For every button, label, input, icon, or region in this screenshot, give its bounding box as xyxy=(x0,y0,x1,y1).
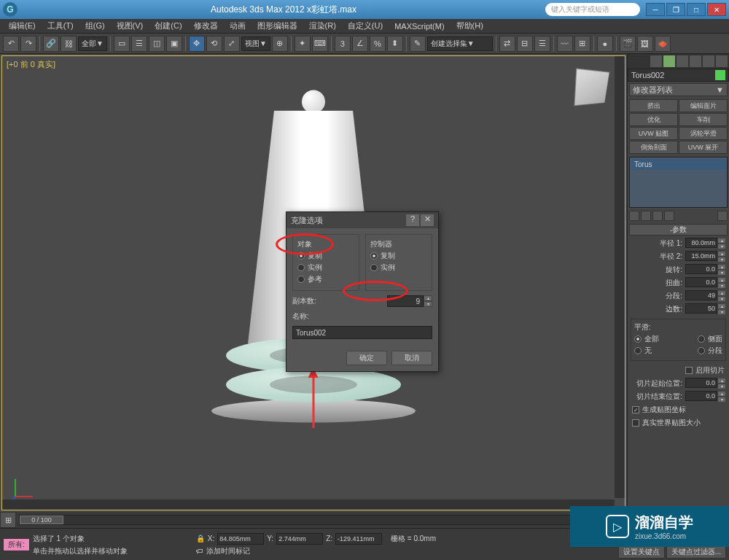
x-coord-input[interactable] xyxy=(217,533,264,545)
twist-input[interactable] xyxy=(685,277,717,287)
dialog-help-button[interactable]: ? xyxy=(406,214,419,226)
edit-named-sel-button[interactable]: ✎ xyxy=(410,36,426,52)
rotate-button[interactable]: ⟲ xyxy=(206,36,222,52)
keyboard-shortcut-button[interactable]: ⌨ xyxy=(312,36,328,52)
controller-instance-radio[interactable] xyxy=(370,264,378,271)
snap-button[interactable]: 3 xyxy=(335,36,351,52)
y-coord-input[interactable] xyxy=(276,533,323,545)
select-region-button[interactable]: ◫ xyxy=(149,36,165,52)
pin-stack-button[interactable] xyxy=(629,211,639,221)
undo-button[interactable]: ↶ xyxy=(3,36,19,52)
mod-editpatch[interactable]: 编辑面片 xyxy=(679,99,728,112)
menu-help[interactable]: 帮助(H) xyxy=(451,20,489,31)
add-time-tag[interactable]: 添加时间标记 xyxy=(206,546,250,556)
smooth-segs-radio[interactable] xyxy=(698,347,705,354)
slice-to-input[interactable] xyxy=(685,391,717,401)
unlink-button[interactable]: ⛓ xyxy=(61,36,77,52)
mod-optimize[interactable]: 优化 xyxy=(629,113,678,126)
smooth-all-radio[interactable] xyxy=(634,335,642,343)
slice-on-checkbox[interactable] xyxy=(685,367,693,374)
app-logo[interactable]: G xyxy=(3,2,17,17)
mod-uvwunwrap[interactable]: UVW 展开 xyxy=(679,141,728,154)
menu-group[interactable]: 组(G) xyxy=(79,20,111,31)
z-coord-input[interactable] xyxy=(335,533,382,545)
render-setup-button[interactable]: 🎬 xyxy=(620,36,636,52)
create-tab[interactable] xyxy=(650,55,662,67)
viewport-scrollbar-h[interactable] xyxy=(2,499,615,510)
lock-icon[interactable]: 🔒 xyxy=(196,534,205,542)
menu-graph-editors[interactable]: 图形编辑器 xyxy=(252,20,303,31)
redo-button[interactable]: ↷ xyxy=(20,36,36,52)
schematic-view-button[interactable]: ⊞ xyxy=(574,36,590,52)
object-name-field[interactable]: Torus002 xyxy=(628,69,729,82)
remove-modifier-button[interactable] xyxy=(664,211,674,221)
angle-snap-button[interactable]: ∠ xyxy=(352,36,368,52)
mod-uvwmap[interactable]: UVW 贴图 xyxy=(629,127,678,140)
rollout-parameters[interactable]: - 参数 xyxy=(629,224,728,236)
copies-down[interactable]: ▾ xyxy=(424,301,432,307)
show-end-result-button[interactable] xyxy=(641,211,651,221)
menu-views[interactable]: 视图(V) xyxy=(111,20,149,31)
unique-button[interactable] xyxy=(652,211,663,221)
select-name-button[interactable]: ☰ xyxy=(131,36,147,52)
set-key-button[interactable]: 设置关键点 xyxy=(618,545,665,559)
dialog-close-button[interactable]: ✕ xyxy=(421,214,434,226)
key-filters-button[interactable]: 关键点过滤器... xyxy=(666,545,726,559)
viewcube[interactable] xyxy=(574,68,609,106)
object-instance-radio[interactable] xyxy=(297,264,305,271)
material-editor-button[interactable]: ● xyxy=(597,36,613,52)
utilities-tab[interactable] xyxy=(716,55,728,67)
named-selection-dropdown[interactable]: 创建选择集 ▼ xyxy=(427,36,493,51)
viewport-scrollbar-v[interactable] xyxy=(615,56,625,498)
display-tab[interactable] xyxy=(703,55,714,67)
smooth-sides-radio[interactable] xyxy=(698,335,705,343)
modifier-stack[interactable]: Torus xyxy=(629,157,728,208)
menu-maxscript[interactable]: MAXScript(M) xyxy=(389,22,450,31)
cancel-button[interactable]: 取消 xyxy=(391,351,432,365)
link-button[interactable]: 🔗 xyxy=(43,36,59,52)
close-button[interactable]: ✕ xyxy=(707,3,726,16)
rendered-frame-button[interactable]: 🖼 xyxy=(637,36,653,52)
segments-input[interactable] xyxy=(685,290,717,300)
gen-mapping-checkbox[interactable]: ✓ xyxy=(632,406,639,413)
mod-bevelprofile[interactable]: 倒角剖面 xyxy=(629,141,678,154)
select-button[interactable]: ▭ xyxy=(114,36,130,52)
selection-filter-dropdown[interactable]: 全部 ▼ xyxy=(78,36,107,51)
controller-copy-radio[interactable] xyxy=(370,252,378,260)
help-search-input[interactable]: 键入关键字或短语 xyxy=(545,3,640,16)
modifier-list-dropdown[interactable]: 修改器列表▼ xyxy=(629,83,728,96)
scale-button[interactable]: ⤢ xyxy=(224,36,240,52)
clone-name-input[interactable] xyxy=(292,326,432,339)
radius1-down[interactable]: ▾ xyxy=(717,244,726,249)
hierarchy-tab[interactable] xyxy=(677,55,688,67)
menu-rendering[interactable]: 渲染(R) xyxy=(303,20,342,31)
spinner-snap-button[interactable]: ⬍ xyxy=(387,36,403,52)
ref-coord-dropdown[interactable]: 视图 ▼ xyxy=(241,36,270,51)
menu-edit[interactable]: 编辑(E) xyxy=(3,20,42,31)
time-marker[interactable]: 0 / 100 xyxy=(20,516,63,524)
menu-customize[interactable]: 自定义(U) xyxy=(342,20,389,31)
move-button[interactable]: ✥ xyxy=(189,36,205,52)
object-color-swatch[interactable] xyxy=(715,70,725,80)
menu-modifiers[interactable]: 修改器 xyxy=(188,20,224,31)
mod-extrude[interactable]: 挤出 xyxy=(629,99,678,112)
radius1-input[interactable] xyxy=(685,238,717,248)
viewport-label[interactable]: [+0 前 0 真实] xyxy=(7,59,55,70)
rotation-input[interactable] xyxy=(685,264,717,274)
minimize-button[interactable]: ─ xyxy=(646,3,665,16)
copies-up[interactable]: ▴ xyxy=(424,295,432,301)
pivot-button[interactable]: ⊕ xyxy=(272,36,288,52)
real-world-checkbox[interactable] xyxy=(632,419,639,427)
menu-tools[interactable]: 工具(T) xyxy=(42,20,79,31)
curve-editor-button[interactable]: 〰 xyxy=(557,36,573,52)
render-button[interactable]: 🫖 xyxy=(655,36,671,52)
configure-sets-button[interactable] xyxy=(717,211,728,221)
object-copy-radio[interactable] xyxy=(297,252,305,260)
mirror-button[interactable]: ⇄ xyxy=(499,36,515,52)
menu-animation[interactable]: 动画 xyxy=(224,20,252,31)
window-crossing-button[interactable]: ▣ xyxy=(166,36,182,52)
layer-button[interactable]: ☰ xyxy=(534,36,550,52)
smooth-none-radio[interactable] xyxy=(634,347,642,354)
select-manipulate-button[interactable]: ✦ xyxy=(295,36,311,52)
slice-from-input[interactable] xyxy=(685,378,717,388)
